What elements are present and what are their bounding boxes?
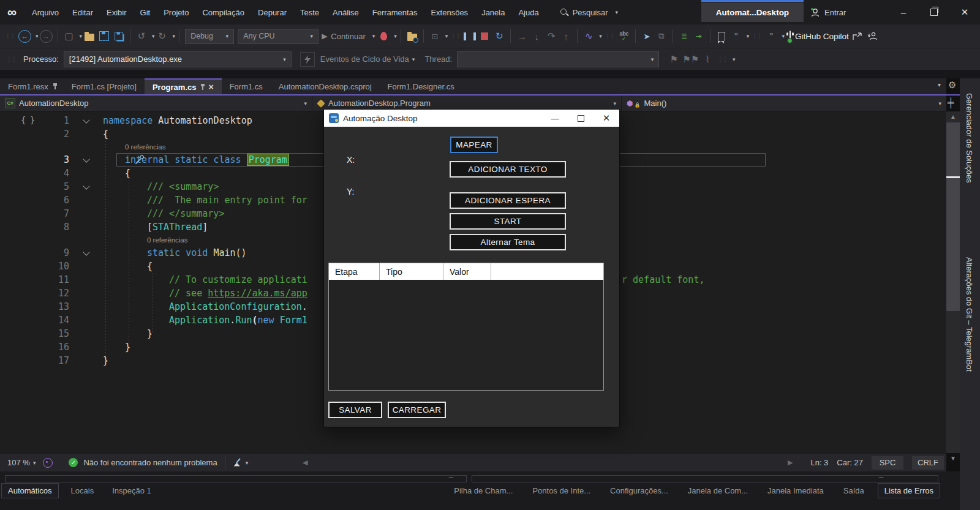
watch-pane-collapsed-bar[interactable] bbox=[5, 475, 467, 482]
comment-lines-button[interactable]: ⇥ bbox=[693, 28, 705, 44]
automacao-desktop-window[interactable]: Automação Desktop — ✕ MAPEAR X: ADICIONA… bbox=[323, 109, 620, 427]
fold-margin[interactable] bbox=[69, 313, 103, 327]
fold-margin[interactable] bbox=[69, 340, 103, 354]
toolbar-grip[interactable]: ⋮⋮ bbox=[5, 33, 15, 40]
panel-tab-janela-imediata[interactable]: Janela Imediata bbox=[761, 484, 830, 498]
eol-indicator[interactable]: CRLF bbox=[912, 456, 944, 470]
panel-tab-lista-de-erros[interactable]: Lista de Erros bbox=[878, 483, 940, 498]
close-icon[interactable]: × bbox=[208, 82, 213, 92]
show-flagged-only-button[interactable]: ⌇ bbox=[701, 51, 714, 67]
bookmark-button[interactable] bbox=[715, 28, 728, 44]
quick-actions-screwdriver-icon[interactable] bbox=[134, 155, 145, 165]
indent-lines-button[interactable]: ≣ bbox=[678, 28, 690, 44]
breadcrumb-project-dropdown[interactable]: C# AutomationDesktop ▾ bbox=[0, 96, 312, 111]
hot-reload-chevron-icon[interactable]: ▾ bbox=[394, 33, 397, 39]
fold-chevron-icon[interactable] bbox=[83, 116, 89, 123]
toolbar-grip[interactable]: ⋮⋮ bbox=[752, 33, 761, 40]
navigate-back-button[interactable]: ← bbox=[18, 28, 31, 44]
save-button[interactable] bbox=[98, 28, 110, 44]
save-all-button[interactable] bbox=[113, 28, 125, 44]
share-button[interactable] bbox=[851, 28, 864, 44]
menu-item-ferramentas[interactable]: Ferramentas bbox=[366, 0, 424, 24]
new-project-button[interactable]: ▢ bbox=[63, 28, 75, 44]
code-cleanup-broom-icon[interactable] bbox=[233, 458, 243, 468]
fold-chevron-icon[interactable] bbox=[83, 182, 89, 189]
undo-button[interactable]: ↺ bbox=[135, 28, 148, 44]
carregar-button[interactable]: CARREGAR bbox=[388, 402, 446, 418]
error-squiggle-button[interactable]: ∿ bbox=[582, 28, 595, 44]
column-header-valor[interactable]: Valor bbox=[443, 263, 491, 280]
stop-debugging-button[interactable] bbox=[478, 28, 491, 44]
fold-chevron-icon[interactable] bbox=[83, 249, 89, 255]
zoom-level[interactable]: 107 % bbox=[7, 458, 30, 467]
tab-form1-cs-projeto-[interactable]: Form1.cs [Projeto] bbox=[64, 78, 145, 94]
codelens-references[interactable]: 0 referências bbox=[0, 143, 165, 151]
process-dropdown[interactable]: [21492] AutomationDesktop.exe▾ bbox=[64, 51, 292, 67]
panel-tab-janela-de-com-[interactable]: Janela de Com... bbox=[682, 484, 754, 498]
fold-margin[interactable] bbox=[69, 207, 103, 220]
app-window-titlebar[interactable]: Automação Desktop — ✕ bbox=[324, 110, 619, 127]
fold-margin[interactable] bbox=[69, 167, 103, 180]
codelens-references[interactable]: 0 referências bbox=[0, 236, 187, 244]
fold-margin[interactable] bbox=[69, 327, 103, 340]
panel-tab-pilha-de-cham-[interactable]: Pilha de Cham... bbox=[448, 484, 519, 498]
toolbar-grip[interactable]: ⋮⋮ bbox=[6, 56, 16, 62]
navigate-back-chevron-icon[interactable]: ▾ bbox=[36, 33, 39, 39]
menu-item-editar[interactable]: Editar bbox=[66, 0, 100, 24]
spell-checker-button[interactable]: abc✓ bbox=[618, 28, 630, 44]
flag-all-threads-button[interactable]: ⚑⚑ bbox=[682, 51, 699, 67]
breakpoint-window-button[interactable]: ⊡ bbox=[429, 28, 441, 44]
app-minimize-button[interactable]: — bbox=[542, 110, 568, 127]
column-header-tipo[interactable]: Tipo bbox=[380, 263, 443, 280]
tab-form1-cs[interactable]: Form1.cs bbox=[222, 78, 271, 94]
scroll-up-icon[interactable]: ▲ bbox=[946, 113, 960, 120]
hot-reload-button[interactable] bbox=[377, 28, 390, 44]
continue-button[interactable]: ▶ Continuar ▾ bbox=[322, 28, 375, 44]
menu-item-teste[interactable]: Teste bbox=[293, 0, 326, 24]
live-share-button[interactable] bbox=[866, 28, 878, 44]
steps-table[interactable]: EtapaTipoValor bbox=[328, 263, 604, 391]
toolbar-grip[interactable]: ⋮⋮ bbox=[605, 33, 614, 40]
output-pane-collapsed-bar[interactable] bbox=[472, 475, 938, 482]
split-editor-icon[interactable]: ╪ bbox=[948, 97, 954, 108]
menu-item-compilacao[interactable]: Compilação bbox=[195, 0, 251, 24]
show-next-statement-button[interactable]: → bbox=[516, 28, 528, 44]
lifecycle-events-label[interactable]: Eventos de Ciclo de Vida bbox=[320, 54, 409, 64]
code-cleanup-chevron-icon[interactable]: ▾ bbox=[246, 460, 249, 466]
column-header-etapa[interactable]: Etapa bbox=[329, 263, 380, 280]
menu-item-janela[interactable]: Janela bbox=[475, 0, 511, 24]
panel-tab-automa-ticos[interactable]: Automáticos bbox=[1, 483, 59, 498]
menu-item-depurar[interactable]: Depurar bbox=[251, 0, 293, 24]
search-box[interactable]: Pesquisar ▾ bbox=[560, 8, 618, 17]
git-changes-vertical-tab[interactable]: Alterações do Git – TelegramBot bbox=[965, 257, 974, 372]
flag-thread-button[interactable]: ⚑ bbox=[668, 51, 680, 67]
pin-icon[interactable] bbox=[55, 84, 56, 89]
scroll-down-icon[interactable]: ▼ bbox=[946, 454, 960, 463]
menu-item-git[interactable]: Git bbox=[134, 0, 157, 24]
panel-tab-locais[interactable]: Locais bbox=[65, 484, 100, 498]
app-close-button[interactable]: ✕ bbox=[594, 110, 619, 127]
panel-tab-sai-da[interactable]: Saída bbox=[837, 484, 870, 498]
menu-item-analise[interactable]: Análise bbox=[326, 0, 366, 24]
close-button[interactable]: ✕ bbox=[949, 0, 980, 24]
lifecycle-chevron-icon[interactable]: ▾ bbox=[412, 56, 415, 62]
panel-tab-inspec-a-o-1[interactable]: Inspeção 1 bbox=[106, 484, 157, 498]
alternar-tema-button[interactable]: Alternar Tema bbox=[450, 234, 566, 250]
toolbar-overflow-chevron-icon[interactable]: ▾ bbox=[733, 56, 736, 62]
tab-options-gear-icon[interactable]: ⚙ bbox=[948, 80, 956, 91]
start-button[interactable]: START bbox=[450, 213, 566, 230]
fold-margin[interactable] bbox=[69, 153, 103, 167]
caret-select-button[interactable]: ➤ bbox=[641, 28, 653, 44]
tab-form1-designer-cs[interactable]: Form1.Designer.cs bbox=[380, 78, 462, 94]
watch-pane-minimize-icon[interactable]: – bbox=[449, 473, 453, 482]
tab-list-chevron-icon[interactable]: ▾ bbox=[938, 81, 941, 88]
fold-margin[interactable] bbox=[69, 193, 103, 207]
toolbar-grip[interactable]: ⋮⋮ bbox=[450, 33, 460, 40]
menu-item-arquivo[interactable]: Arquivo bbox=[25, 0, 66, 24]
tab-form1-resx[interactable]: Form1.resx bbox=[0, 78, 64, 94]
menu-item-extensoes[interactable]: Extensões bbox=[424, 0, 475, 24]
error-squiggle-chevron-icon[interactable]: ▾ bbox=[599, 33, 602, 39]
break-all-button[interactable] bbox=[464, 28, 476, 44]
quote-toggle-button[interactable]: ❞ bbox=[730, 28, 742, 44]
insert-box-button[interactable]: ⧉ bbox=[655, 28, 668, 44]
